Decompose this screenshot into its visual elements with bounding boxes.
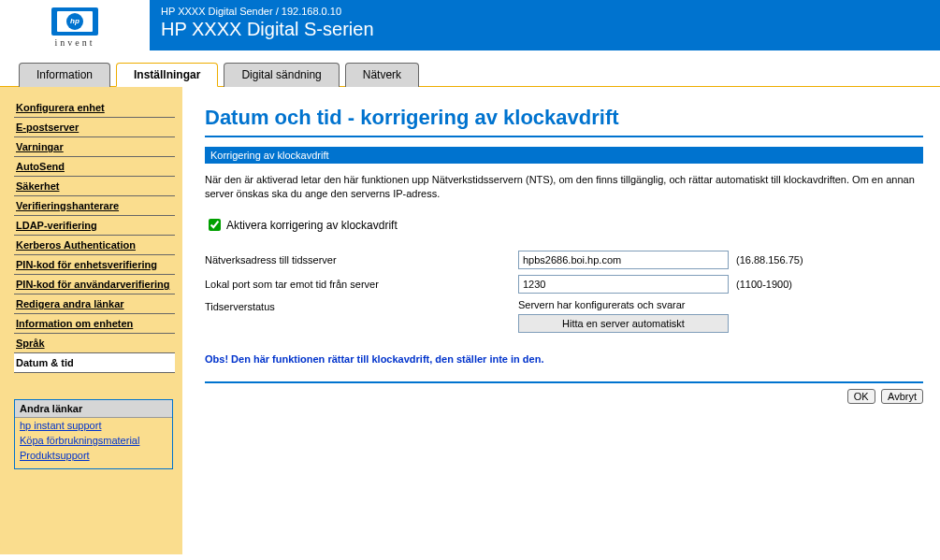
highlight-note: Obs! Den här funktionen rättar till kloc…	[205, 353, 923, 365]
sidebar-item[interactable]: Verifieringshanterare	[14, 196, 175, 216]
sidebar-item[interactable]: Redigera andra länkar	[14, 294, 175, 314]
sidebar-item[interactable]: Kerberos Authentication	[14, 236, 175, 255]
page-title-header: HP XXXX Digital S-serien	[161, 19, 929, 40]
address-label: Nätverksadress till tidsserver	[205, 254, 518, 266]
sidebar-item[interactable]: AutoSend	[14, 157, 175, 177]
sidebar-item[interactable]: Språk	[14, 334, 175, 353]
address-note: (16.88.156.75)	[736, 254, 803, 266]
address-input[interactable]	[518, 251, 729, 269]
page-title: Datum och tid - korrigering av klockavdr…	[205, 106, 923, 137]
other-link[interactable]: Produktsupport	[15, 448, 172, 463]
tab-digital-sending[interactable]: Digital sändning	[224, 63, 339, 87]
hp-logo-cell: hp invent	[0, 0, 150, 50]
find-server-button[interactable]: Hitta en server automatiskt	[518, 314, 729, 333]
tab-bar: Information Inställningar Digital sändni…	[0, 62, 940, 87]
sidebar-item[interactable]: Säkerhet	[14, 177, 175, 196]
port-label: Lokal port som tar emot tid från server	[205, 279, 518, 290]
port-input[interactable]	[518, 275, 729, 294]
tab-settings[interactable]: Inställningar	[116, 63, 218, 87]
sidebar-item[interactable]: Varningar	[14, 137, 175, 157]
section-header: Korrigering av klockavdrift	[205, 147, 923, 164]
header-banner: HP XXXX Digital Sender / 192.168.0.10 HP…	[150, 0, 940, 50]
sidebar: Konfigurera enhetE-postserverVarningarAu…	[0, 87, 182, 554]
sidebar-item[interactable]: Konfigurera enhet	[14, 98, 175, 118]
invent-text: invent	[55, 37, 95, 48]
port-note: (1100-1900)	[736, 279, 792, 290]
sidebar-item[interactable]: Datum & tid	[14, 353, 175, 373]
sidebar-item[interactable]: LDAP-verifiering	[14, 216, 175, 236]
enable-drift-checkbox[interactable]	[209, 219, 221, 231]
status-text: Servern har konfigurerats och svarar	[518, 299, 729, 310]
cancel-button[interactable]: Avbryt	[881, 389, 923, 404]
other-link[interactable]: Köpa förbrukningsmaterial	[15, 433, 172, 448]
other-links-box: Andra länkar hp instant supportKöpa förb…	[14, 399, 173, 469]
main-content: Datum och tid - korrigering av klockavdr…	[182, 87, 940, 554]
intro-text: När den är aktiverad letar den här funkt…	[205, 173, 923, 202]
sidebar-item[interactable]: Information om enheten	[14, 314, 175, 334]
sidebar-item[interactable]: PIN-kod för enhetsverifiering	[14, 255, 175, 275]
sidebar-item[interactable]: E-postserver	[14, 118, 175, 137]
status-label: Tidserverstatus	[205, 299, 518, 312]
other-links-title: Andra länkar	[15, 400, 172, 418]
tab-information[interactable]: Information	[19, 63, 110, 87]
enable-drift-label[interactable]: Aktivera korrigering av klockavdrift	[226, 219, 398, 232]
breadcrumb: HP XXXX Digital Sender / 192.168.0.10	[161, 6, 929, 17]
tab-network[interactable]: Nätverk	[345, 63, 419, 87]
hp-logo-icon: hp	[51, 7, 98, 36]
sidebar-item[interactable]: PIN-kod för användarverifiering	[14, 275, 175, 294]
ok-button[interactable]: OK	[847, 389, 875, 404]
other-link[interactable]: hp instant support	[15, 418, 172, 433]
divider	[205, 381, 923, 383]
